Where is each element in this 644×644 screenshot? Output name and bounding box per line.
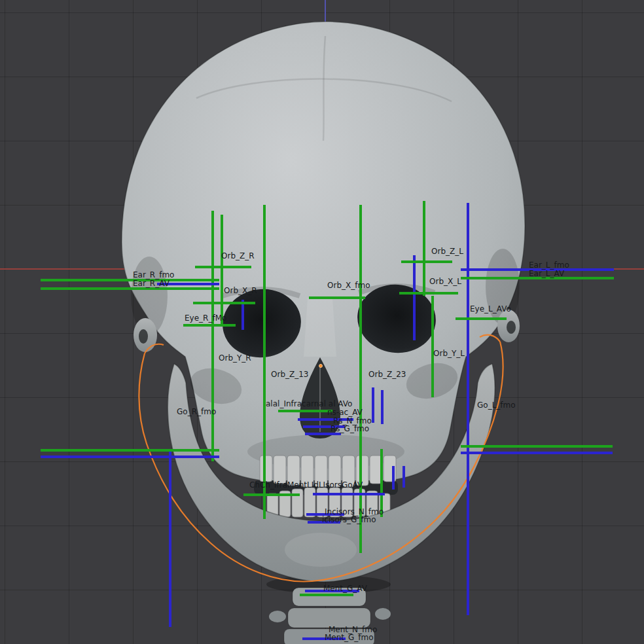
vertebrae[interactable] [266,575,391,644]
nasal-bridge [304,298,336,357]
ear-region-left [134,318,157,352]
origin-dot [319,365,323,368]
skull-model[interactable] [0,0,644,644]
chin-highlight [285,533,357,567]
viewport-3d[interactable]: Orb_Z_ROrb_Z_LEar_R_fmoEar_R_AVEar_L_fmo… [0,0,644,644]
ear-region-right [497,310,520,342]
